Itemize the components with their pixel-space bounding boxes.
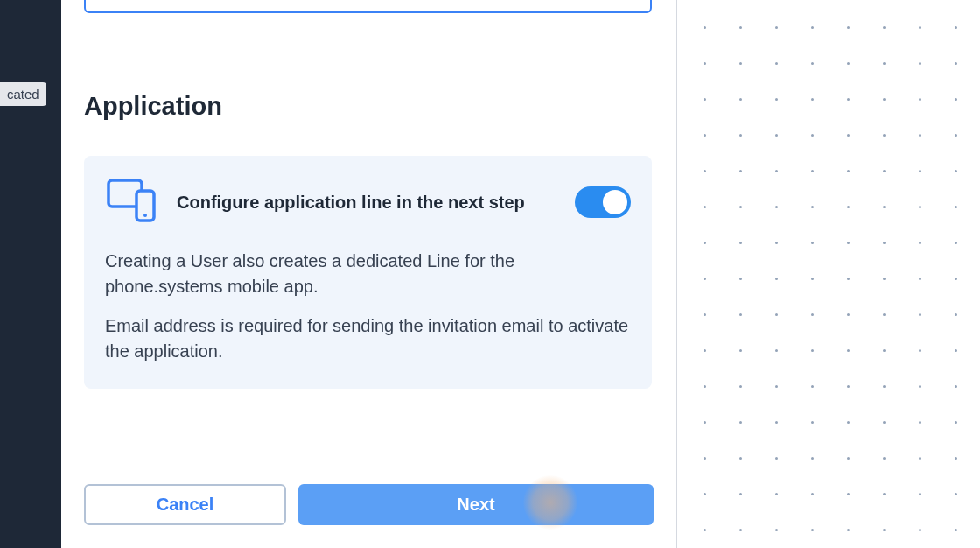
- card-description-2: Email address is required for sending th…: [105, 313, 631, 364]
- email-input-partial[interactable]: [84, 0, 652, 13]
- canvas-dot-grid: [677, 0, 980, 548]
- main-panel: Application Configure application line i…: [61, 0, 677, 548]
- card-description-1: Creating a User also creates a dedicated…: [105, 249, 631, 299]
- next-button[interactable]: Next: [298, 484, 654, 525]
- sidebar-badge-truncated[interactable]: cated: [0, 82, 46, 106]
- toggle-knob: [603, 190, 627, 214]
- card-header: Configure application line in the next s…: [105, 177, 631, 228]
- devices-icon: [105, 177, 158, 228]
- cancel-button[interactable]: Cancel: [84, 484, 286, 525]
- content-area: Application Configure application line i…: [61, 0, 676, 460]
- card-title: Configure application line in the next s…: [177, 193, 556, 213]
- footer-actions: Cancel Next: [61, 460, 676, 548]
- application-info-card: Configure application line in the next s…: [84, 156, 652, 389]
- section-heading-application: Application: [84, 92, 654, 121]
- configure-app-toggle[interactable]: [575, 186, 631, 218]
- sidebar: cated: [0, 0, 61, 548]
- svg-point-2: [144, 214, 147, 217]
